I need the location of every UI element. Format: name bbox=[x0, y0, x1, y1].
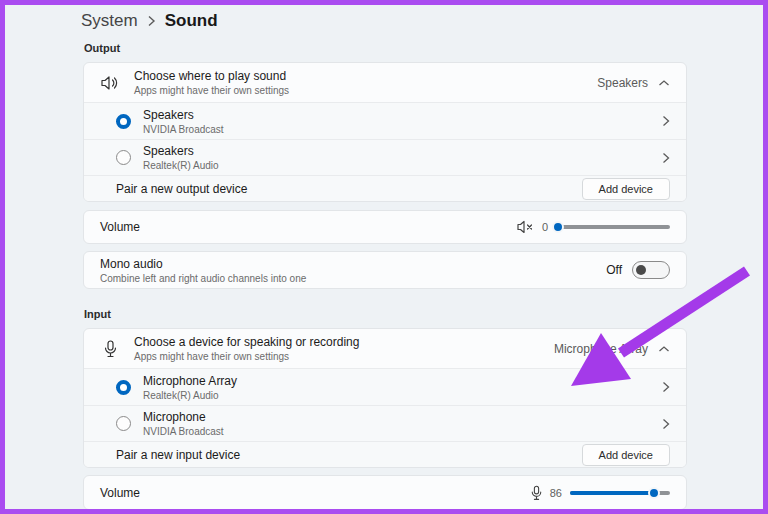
microphone-level-icon[interactable] bbox=[531, 485, 542, 501]
pair-output-label: Pair a new output device bbox=[116, 182, 582, 196]
chevron-up-icon[interactable] bbox=[658, 79, 670, 87]
output-device-row-realtek[interactable]: Speakers Realtek(R) Audio bbox=[84, 139, 686, 175]
add-output-device-button[interactable]: Add device bbox=[582, 178, 670, 200]
device-name: Speakers bbox=[143, 108, 662, 122]
output-device-row-nvidia[interactable]: Speakers NVIDIA Broadcast bbox=[84, 102, 686, 139]
input-selected-device: Microphone Array bbox=[554, 342, 648, 356]
breadcrumb: System Sound bbox=[81, 11, 218, 31]
microphone-icon bbox=[100, 340, 120, 358]
device-sub: Realtek(R) Audio bbox=[143, 160, 662, 171]
output-chooser-subtitle: Apps might have their own settings bbox=[134, 85, 597, 96]
add-input-device-button[interactable]: Add device bbox=[582, 444, 670, 466]
device-name: Speakers bbox=[143, 144, 662, 158]
input-volume-label: Volume bbox=[100, 486, 531, 500]
chevron-right-icon bbox=[147, 15, 156, 27]
chevron-up-icon[interactable] bbox=[658, 345, 670, 353]
output-volume-value: 0 bbox=[542, 221, 548, 233]
output-volume-label: Volume bbox=[100, 220, 517, 234]
pair-input-row: Pair a new input device Add device bbox=[84, 441, 686, 468]
device-sub: NVIDIA Broadcast bbox=[143, 124, 662, 135]
input-device-row-nvidia[interactable]: Microphone NVIDIA Broadcast bbox=[84, 405, 686, 441]
chevron-right-icon[interactable] bbox=[662, 115, 670, 127]
input-chooser-title: Choose a device for speaking or recordin… bbox=[134, 335, 554, 349]
input-chooser-row[interactable]: Choose a device for speaking or recordin… bbox=[84, 329, 686, 368]
radio-selected-icon[interactable] bbox=[116, 114, 131, 129]
radio-selected-icon[interactable] bbox=[116, 380, 131, 395]
radio-unselected-icon[interactable] bbox=[116, 416, 131, 431]
device-sub: Realtek(R) Audio bbox=[143, 390, 662, 401]
page-title: Sound bbox=[165, 11, 218, 31]
mono-audio-title: Mono audio bbox=[100, 257, 606, 271]
mono-audio-state: Off bbox=[606, 263, 622, 277]
chevron-right-icon[interactable] bbox=[662, 152, 670, 164]
slider-thumb[interactable] bbox=[648, 487, 660, 499]
input-volume-card: Volume 86 bbox=[83, 475, 687, 510]
device-sub: NVIDIA Broadcast bbox=[143, 426, 662, 437]
device-name: Microphone Array bbox=[143, 374, 662, 388]
pair-output-row: Pair a new output device Add device bbox=[84, 175, 686, 202]
output-section-label: Output bbox=[84, 42, 120, 54]
speaker-muted-icon[interactable] bbox=[517, 220, 534, 234]
input-volume-value: 86 bbox=[550, 487, 562, 499]
speaker-icon bbox=[100, 75, 120, 91]
mono-audio-card: Mono audio Combine left and right audio … bbox=[83, 251, 687, 289]
input-chooser-subtitle: Apps might have their own settings bbox=[134, 351, 554, 362]
pair-input-label: Pair a new input device bbox=[116, 448, 582, 462]
radio-unselected-icon[interactable] bbox=[116, 150, 131, 165]
toggle-knob bbox=[636, 265, 646, 275]
sound-settings-page: System Sound Output Choose where to play… bbox=[0, 0, 768, 514]
input-volume-slider[interactable] bbox=[570, 491, 670, 495]
output-chooser-title: Choose where to play sound bbox=[134, 69, 597, 83]
output-selected-device: Speakers bbox=[597, 76, 648, 90]
input-device-card: Choose a device for speaking or recordin… bbox=[83, 328, 687, 468]
input-section-label: Input bbox=[84, 308, 111, 320]
breadcrumb-system-link[interactable]: System bbox=[81, 11, 138, 31]
output-volume-card: Volume 0 bbox=[83, 210, 687, 244]
slider-thumb[interactable] bbox=[552, 221, 564, 233]
output-chooser-row[interactable]: Choose where to play sound Apps might ha… bbox=[84, 63, 686, 102]
input-device-row-realtek[interactable]: Microphone Array Realtek(R) Audio bbox=[84, 368, 686, 405]
chevron-right-icon[interactable] bbox=[662, 381, 670, 393]
mono-audio-subtitle: Combine left and right audio channels in… bbox=[100, 273, 606, 284]
output-device-card: Choose where to play sound Apps might ha… bbox=[83, 62, 687, 202]
chevron-right-icon[interactable] bbox=[662, 418, 670, 430]
output-volume-slider[interactable] bbox=[556, 225, 670, 229]
device-name: Microphone bbox=[143, 410, 662, 424]
mono-audio-toggle[interactable] bbox=[632, 261, 670, 279]
